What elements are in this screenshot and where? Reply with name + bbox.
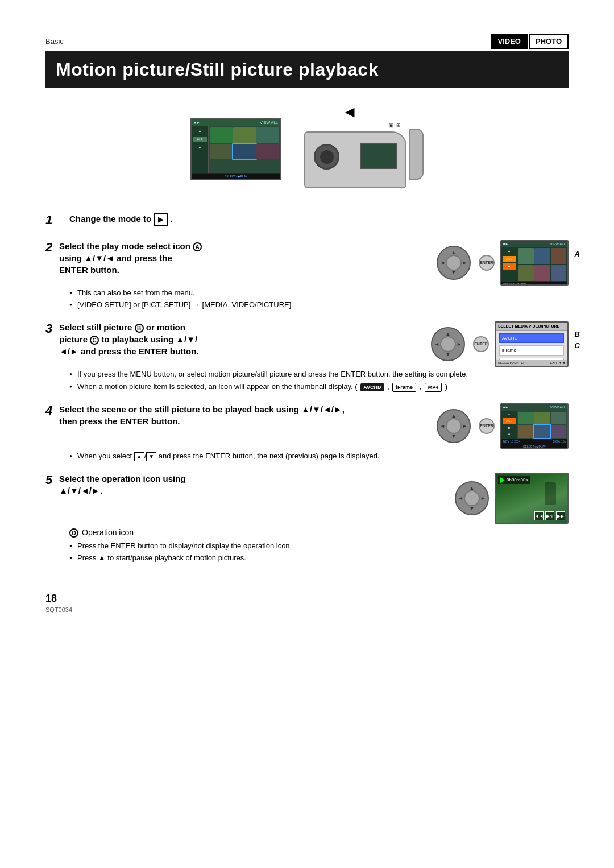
down-arrow-box: ▼ xyxy=(146,452,156,461)
s4-body: ▲ ALL ■ ▼ xyxy=(501,411,567,439)
video-badge: VIDEO xyxy=(491,34,528,49)
thumb-5 xyxy=(233,144,256,159)
control-group-2: ▲ ▼ ◄ ► xyxy=(437,246,471,280)
step-3-to: to playback using ▲/▼/ xyxy=(101,334,197,344)
camera-top-icons: ▣ ⊞ xyxy=(389,122,401,129)
camera-grip xyxy=(409,129,424,180)
pb-forward: ▶▶ xyxy=(556,511,565,520)
step-3-picture: picture xyxy=(59,334,90,344)
label-c-circle: C xyxy=(90,336,99,345)
step-5-title: Select the operation icon using ▲/▼/◄/►. xyxy=(59,473,449,497)
mode-badges: VIDEO PHOTO xyxy=(491,34,569,49)
step-2-text: Select the play mode select icon A using… xyxy=(59,240,431,278)
control-group-5: ▲ ▼ ◄ ► xyxy=(455,481,489,515)
sb-all: ALL xyxy=(503,256,516,262)
step-2-title-text: Select the play mode select icon xyxy=(59,241,193,251)
step-3-title: Select still picture B or motion picture… xyxy=(59,321,425,357)
step-2-screen: ■► VIEW ALL ▲ ALL ■ xyxy=(500,240,569,286)
header-bar: Basic VIDEO PHOTO xyxy=(45,34,569,49)
media-select-screen: SELECT MEDIA VIDEO/PICTURE AVCHD iFrame … xyxy=(495,321,569,367)
step-1-row: 1 Change the mode to ▶ . xyxy=(45,213,569,229)
s4-select: SELECT⊙▶PLAY xyxy=(501,444,567,449)
s4-date: NOV 15 2014 xyxy=(503,440,520,444)
step-4-then: then press the ENTER button. xyxy=(59,416,180,426)
dpad-right-5: ► xyxy=(480,495,486,502)
screen2-viewall: VIEW ALL xyxy=(550,242,566,246)
step-2-bullet-2: [VIDEO SETUP] or [PICT. SETUP] → [MEDIA,… xyxy=(69,300,569,310)
step-3-right: ▲ ▼ ◄ ► ENTER SELECT MEDIA VIDEO/PICTURE… xyxy=(431,321,569,367)
screen-select-label: SELECT⊙▶PLAY xyxy=(192,174,280,179)
arrow-camera-group: ◄ ▣ ⊞ xyxy=(298,101,424,197)
mt5 xyxy=(534,265,550,282)
label-c-outside: C xyxy=(575,341,580,351)
step-2-bullet-1: This can also be set from the menu. xyxy=(69,288,569,298)
s4-t2 xyxy=(534,412,550,425)
thumb-1 xyxy=(210,127,233,143)
step-2-screen-body: ▲ ALL ■ xyxy=(501,247,567,282)
step-4-right: ▲ ▼ ◄ ► ENTER ■► VIEW ALL xyxy=(437,403,569,449)
label-b-circle: B xyxy=(135,324,144,333)
thumb-2 xyxy=(233,127,256,143)
step-4-title: Select the scene or the still picture to… xyxy=(59,403,431,427)
control-pad-5: ▲ ▼ ◄ ► xyxy=(455,481,489,515)
top-illustration: ■► VIEW ALL ▲ ALL ■ NOV 15 2014 0h00m15s… xyxy=(45,101,569,197)
dpad-right-2: ► xyxy=(462,259,467,267)
s4-sb-all: ALL xyxy=(503,418,516,424)
step-2-bullets: This can also be set from the menu. [VID… xyxy=(69,288,569,310)
step-1-number: 1 xyxy=(45,214,59,226)
dpad-left-5: ◄ xyxy=(458,495,463,502)
s4-grid xyxy=(517,411,567,439)
step-3-text: Select still picture B or motion picture… xyxy=(59,321,425,359)
media-footer-left: SELECT⊙ENTER xyxy=(498,361,526,365)
mt6 xyxy=(551,265,566,282)
step-5-nav: ▲/▼/◄/►. xyxy=(59,486,102,495)
step-4-title-text: Select the scene or the still picture to… xyxy=(59,404,345,414)
play-mode-icon: ▶ xyxy=(154,213,168,226)
step-4-screen: ■► VIEW ALL ▲ ALL ■ ▼ xyxy=(500,403,569,449)
step-2-main-row: 2 Select the play mode select icon A usi… xyxy=(45,240,569,286)
dpad-left-4: ◄ xyxy=(440,423,445,430)
playback-overlay: 0h00m00s xyxy=(498,476,530,483)
step-5-screen-wrapper: 0h00m00s ◄◄ ▶/II ▶▶ D xyxy=(495,473,569,524)
step-1: 1 Change the mode to ▶ . xyxy=(45,213,569,229)
dpad-center-3 xyxy=(440,336,456,352)
camera-illustration: ▣ ⊞ xyxy=(298,117,424,197)
figure-silhouette xyxy=(545,482,556,505)
camera-body xyxy=(304,131,406,188)
camera-icon-1: ▣ xyxy=(389,122,394,129)
step-5-text: Select the operation icon using ▲/▼/◄/►. xyxy=(59,473,449,499)
step-2-screen-grid xyxy=(517,247,567,282)
pb-play-pause: ▶/II xyxy=(545,511,554,520)
step-4-bullet-1: When you select ▲/▼ and press the ENTER … xyxy=(69,451,569,461)
media-footer: SELECT⊙ENTER EXIT ◄◄ xyxy=(496,360,567,366)
step-1-title: Change the mode to ▶ . xyxy=(69,213,569,226)
page-number: 18 xyxy=(45,592,569,606)
thumb-4 xyxy=(210,144,233,159)
step-4: 4 Select the scene or the still picture … xyxy=(45,403,569,461)
screen-top-bar: ■► VIEW ALL xyxy=(192,119,280,127)
s4-header: ■► VIEW ALL xyxy=(501,404,567,410)
camera-screen xyxy=(360,143,397,169)
step-4-bullets: When you select ▲/▼ and press the ENTER … xyxy=(69,451,569,461)
camera-icon-2: ⊞ xyxy=(396,122,401,129)
doc-code: SQT0034 xyxy=(45,606,569,614)
step-1-text: Change the mode to xyxy=(69,214,154,224)
dpad-left-2: ◄ xyxy=(440,259,445,267)
dpad-center-4 xyxy=(446,418,462,434)
label-b-outside: B xyxy=(575,329,580,340)
enter-group-4: ENTER xyxy=(476,418,495,434)
screen-grid: ▲ ALL ■ xyxy=(192,126,280,176)
s4-sb-icon: ■ xyxy=(503,425,516,430)
sidebar-item-icons: ■ xyxy=(193,144,207,150)
screen-sidebar: ▲ ALL ■ xyxy=(192,126,209,176)
step-3-main-row: 3 Select still picture B or motion pictu… xyxy=(45,321,569,367)
step-2-screen-sidebar: ▲ ALL ■ xyxy=(501,247,517,282)
screen-main-area xyxy=(209,126,280,176)
step-2-right: ▲ ▼ ◄ ► ENTER ■► VIEW ALL xyxy=(437,240,569,286)
media-header: SELECT MEDIA VIDEO/PICTURE xyxy=(496,323,567,331)
playback-controls: ◄◄ ▶/II ▶▶ xyxy=(534,511,565,520)
screen-view-all: VIEW ALL xyxy=(260,120,278,126)
step-2: 2 Select the play mode select icon A usi… xyxy=(45,240,569,310)
step-2-enter: ENTER button. xyxy=(59,265,119,275)
enter-btn-3: ENTER xyxy=(473,336,489,352)
